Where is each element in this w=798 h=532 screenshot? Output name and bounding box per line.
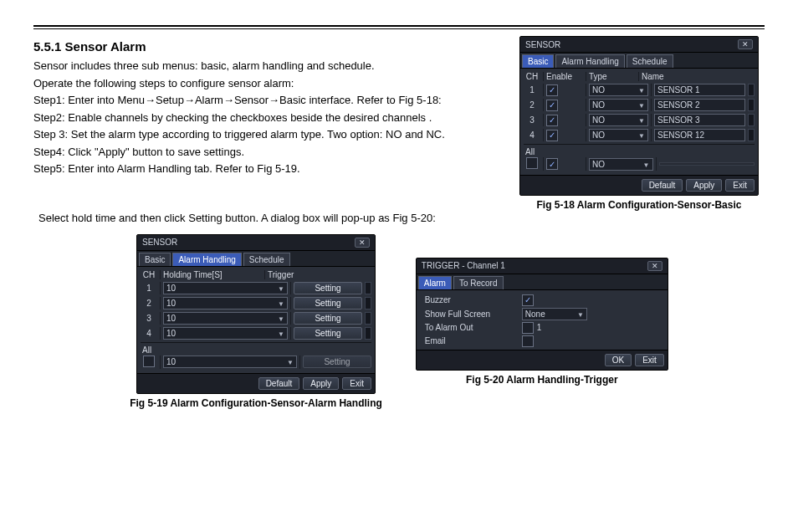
ok-button[interactable]: OK — [605, 354, 632, 366]
sensor-alarm-handling-window: SENSOR ✕ Basic Alarm Handling Schedule C… — [136, 234, 376, 394]
header-name: Name — [642, 72, 720, 81]
tab-alarm-handling[interactable]: Alarm Handling — [172, 253, 241, 266]
hold-select[interactable]: 10 — [163, 327, 288, 340]
table-row: 4 ✓ NO SENSOR 12 — [524, 129, 755, 141]
table-row: 1 10 Setting — [141, 282, 371, 294]
para-operate: Operate the following steps to configure… — [33, 76, 504, 91]
email-checkbox[interactable] — [522, 335, 534, 347]
all-ch-checkbox[interactable] — [143, 356, 155, 367]
tab-basic[interactable]: Basic — [522, 54, 554, 68]
table-row: 1 ✓ NO SENSOR 1 — [524, 84, 755, 96]
all-label: All — [141, 345, 371, 356]
alarm-out-checkbox[interactable] — [522, 322, 534, 334]
all-row: ✓ NO — [524, 157, 755, 171]
scrollbar[interactable] — [365, 297, 371, 309]
type-select[interactable]: NO — [589, 99, 648, 111]
type-select[interactable]: NO — [589, 84, 648, 96]
apply-button[interactable]: Apply — [303, 377, 339, 390]
table-row: 3 10 Setting — [141, 312, 371, 325]
apply-button[interactable]: Apply — [686, 179, 722, 192]
label-buzzer: Buzzer — [425, 295, 517, 304]
all-ch-checkbox[interactable] — [526, 157, 538, 169]
scrollbar[interactable] — [365, 312, 371, 325]
enable-checkbox[interactable]: ✓ — [546, 100, 558, 111]
setting-button[interactable]: Setting — [294, 282, 362, 294]
close-icon[interactable]: ✕ — [355, 238, 370, 248]
type-select[interactable]: NO — [589, 114, 648, 126]
tab-to-record[interactable]: To Record — [453, 276, 504, 289]
table-row: 2 ✓ NO SENSOR 2 — [524, 99, 755, 111]
scrollbar[interactable] — [365, 327, 371, 340]
header-enable: Enable — [546, 72, 583, 81]
header-hold: Holding Time[S] — [163, 270, 262, 279]
name-field[interactable]: SENSOR 2 — [654, 99, 745, 111]
scrollbar[interactable] — [748, 114, 755, 126]
tab-basic[interactable]: Basic — [139, 253, 171, 266]
window-title: SENSOR — [525, 40, 560, 49]
all-enable-checkbox[interactable]: ✓ — [546, 158, 558, 170]
para-intro: Sensor includes three sub menus: basic, … — [33, 59, 504, 74]
table-row: 2 10 Setting — [141, 297, 371, 309]
figure-20-block: TRIGGER - Channel 1 ✕ Alarm To Record Bu… — [416, 234, 668, 409]
tab-schedule[interactable]: Schedule — [243, 253, 290, 266]
name-field[interactable]: SENSOR 1 — [654, 84, 745, 96]
header-type: Type — [589, 72, 636, 81]
hold-select[interactable]: 10 — [163, 297, 288, 309]
figure-19-caption: Fig 5-19 Alarm Configuration-Sensor-Alar… — [130, 397, 382, 409]
figure-18-column: SENSOR ✕ Basic Alarm Handling Schedule C… — [514, 36, 765, 211]
setting-button[interactable]: Setting — [294, 327, 362, 340]
text-column: 5.5.1 Sensor Alarm Sensor includes three… — [33, 36, 504, 179]
sensor-basic-window: SENSOR ✕ Basic Alarm Handling Schedule C… — [519, 36, 759, 196]
figure-19-block: SENSOR ✕ Basic Alarm Handling Schedule C… — [130, 234, 382, 409]
setting-button[interactable]: Setting — [294, 312, 362, 325]
header-trigger: Trigger — [268, 270, 321, 279]
default-button[interactable]: Default — [258, 377, 300, 390]
buzzer-checkbox[interactable]: ✓ — [522, 294, 534, 306]
para-select-hold: Select hold time and then click Setting … — [38, 211, 765, 226]
close-icon[interactable]: ✕ — [738, 39, 753, 49]
enable-checkbox[interactable]: ✓ — [546, 84, 558, 96]
label-fullscreen: Show Full Screen — [425, 309, 517, 319]
para-step3: Step 3: Set the alarm type according to … — [33, 127, 504, 142]
trigger-window: TRIGGER - Channel 1 ✕ Alarm To Record Bu… — [416, 258, 668, 371]
hold-select[interactable]: 10 — [163, 282, 288, 294]
name-field[interactable]: SENSOR 12 — [654, 129, 745, 141]
label-email: Email — [425, 336, 517, 345]
scrollbar[interactable] — [748, 84, 755, 96]
enable-checkbox[interactable]: ✓ — [546, 115, 558, 126]
scrollbar[interactable] — [365, 282, 371, 294]
figure-18-caption: Fig 5-18 Alarm Configuration-Sensor-Basi… — [537, 199, 742, 211]
tab-schedule[interactable]: Schedule — [627, 54, 673, 68]
table-row: 4 10 Setting — [141, 327, 371, 340]
para-step4: Step4: Click "Apply" button to save sett… — [33, 145, 504, 160]
all-setting-button[interactable]: Setting — [303, 356, 371, 368]
header-ch: CH — [524, 72, 540, 81]
para-step2: Step2: Enable channels by checking the c… — [33, 110, 504, 125]
exit-button[interactable]: Exit — [635, 354, 664, 366]
fullscreen-select[interactable]: None — [522, 308, 587, 320]
header-ch: CH — [141, 270, 157, 279]
type-select[interactable]: NO — [589, 129, 648, 141]
all-row: 10 Setting — [141, 356, 371, 369]
tab-alarm-handling[interactable]: Alarm Handling — [555, 54, 624, 68]
exit-button[interactable]: Exit — [342, 377, 371, 390]
exit-button[interactable]: Exit — [725, 179, 755, 192]
scrollbar[interactable] — [748, 99, 755, 111]
tab-alarm[interactable]: Alarm — [418, 276, 452, 289]
close-icon[interactable]: ✕ — [647, 261, 662, 271]
scrollbar[interactable] — [748, 129, 755, 141]
label-alarm-out: To Alarm Out — [425, 323, 517, 332]
top-rule — [33, 25, 765, 29]
default-button[interactable]: Default — [642, 179, 683, 192]
hold-select[interactable]: 10 — [163, 312, 288, 325]
section-heading: 5.5.1 Sensor Alarm — [33, 39, 504, 54]
all-type-select[interactable]: NO — [589, 158, 653, 171]
window-title: SENSOR — [142, 238, 177, 247]
window-title: TRIGGER - Channel 1 — [422, 261, 505, 270]
all-name-field[interactable] — [659, 162, 755, 166]
all-hold-select[interactable]: 10 — [163, 356, 297, 368]
name-field[interactable]: SENSOR 3 — [654, 114, 745, 126]
enable-checkbox[interactable]: ✓ — [546, 130, 558, 141]
para-step1: Step1: Enter into Menu→Setup→Alarm→Senso… — [33, 93, 504, 108]
setting-button[interactable]: Setting — [294, 297, 362, 309]
